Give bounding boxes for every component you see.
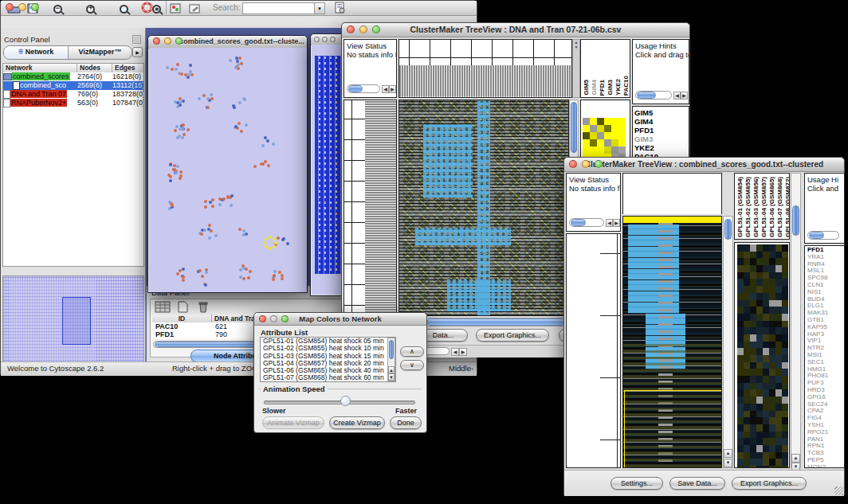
- annotation-icon[interactable]: [189, 2, 201, 17]
- network-row[interactable]: RNAPuberNov2+ 563(0) 107847(0): [3, 99, 143, 107]
- control-panel-title: Control Panel: [4, 35, 50, 44]
- minimize-button[interactable]: [322, 37, 328, 42]
- tv1-row-dendrogram[interactable]: [344, 100, 397, 316]
- network-row[interactable]: combined_scores 2764(0) 16218(0): [3, 72, 143, 81]
- col-header-nodes[interactable]: Nodes: [77, 64, 112, 72]
- zoom-out-icon[interactable]: −: [53, 5, 62, 14]
- column-label: GPL51-06 (GSM865): [768, 177, 775, 237]
- treeview2-titlebar[interactable]: ClusterMaker TreeView : combined_scores_…: [564, 158, 844, 172]
- tv1-main-heatmap[interactable]: [398, 100, 569, 316]
- tab-vizmapper[interactable]: VizMapper™: [69, 46, 132, 59]
- done-button[interactable]: Done: [390, 416, 422, 429]
- scroll-down-icon[interactable]: [388, 373, 395, 381]
- background-network-canvas[interactable]: [312, 45, 344, 295]
- network-overview-thumbnail[interactable]: [2, 275, 144, 368]
- minimize-button[interactable]: [359, 25, 367, 33]
- close-button[interactable]: [6, 3, 14, 11]
- export-graphics-button[interactable]: Export Graphics...: [732, 477, 807, 490]
- overview-selection-rect[interactable]: [62, 297, 91, 345]
- col-header-edges[interactable]: Edges: [112, 64, 143, 72]
- network-row-selected[interactable]: combined_sco 2569(6) 13112(15): [3, 81, 143, 90]
- view-status-title: View Status: [344, 40, 396, 50]
- tv2-zoom-heatmap-panel[interactable]: [734, 242, 790, 468]
- network-row[interactable]: DNA and Tran 07 769(0) 183728(0): [3, 90, 143, 99]
- tv2-zoom-heatmap[interactable]: [737, 244, 788, 467]
- scroll-down-icon[interactable]: [724, 459, 732, 467]
- slider-thumb[interactable]: [340, 396, 351, 406]
- scroll-left-icon[interactable]: [606, 219, 613, 227]
- dialog-titlebar[interactable]: Map Colors to Network: [254, 313, 426, 326]
- treeview1-titlebar[interactable]: ClusterMaker TreeView : DNA and Tran 07-…: [342, 23, 689, 37]
- tv1-mini-heatmap[interactable]: [583, 118, 626, 161]
- scroll-up-icon[interactable]: [388, 366, 395, 373]
- scroll-left-icon[interactable]: [451, 348, 459, 356]
- resize-grip[interactable]: [834, 486, 843, 495]
- close-button[interactable]: [314, 37, 320, 42]
- tv2-status-scrollbar[interactable]: [569, 218, 604, 227]
- tv2-right-vscrollbar[interactable]: [791, 173, 801, 468]
- settings-button[interactable]: Settings...: [610, 477, 663, 490]
- background-window-titlebar[interactable]: [311, 34, 345, 45]
- zoom-window-button[interactable]: [595, 160, 603, 168]
- vizmapper-icon[interactable]: [170, 2, 181, 17]
- scroll-right-icon[interactable]: [389, 85, 396, 93]
- close-button[interactable]: [153, 37, 160, 45]
- tab-overflow-button[interactable]: ▶: [132, 47, 143, 57]
- scroll-right-icon[interactable]: [613, 219, 620, 227]
- tv1-status-scrollbar[interactable]: [347, 84, 380, 93]
- animate-vizmap-button[interactable]: Animate Vizmap: [262, 416, 324, 429]
- zoom-selected-icon[interactable]: ▣: [152, 5, 161, 14]
- document-icon: [3, 90, 10, 99]
- minimize-button[interactable]: [270, 315, 277, 322]
- tv1-scroll-strip[interactable]: ▲▼: [572, 39, 580, 98]
- minimize-button[interactable]: [164, 37, 171, 45]
- scroll-up-icon[interactable]: [724, 449, 732, 458]
- scroll-right-icon[interactable]: [681, 92, 688, 100]
- heatmap-selection-rect[interactable]: [624, 390, 722, 468]
- search-dropdown-button[interactable]: ▼: [314, 2, 325, 14]
- move-up-button[interactable]: ∧: [400, 346, 424, 357]
- help-ring-icon[interactable]: [141, 2, 153, 17]
- minimize-button[interactable]: [582, 160, 590, 168]
- search-input[interactable]: [242, 2, 317, 14]
- tv2-row-dendrogram[interactable]: [566, 233, 621, 468]
- close-button[interactable]: [259, 315, 266, 322]
- zoom-window-button[interactable]: [175, 37, 183, 45]
- zoom-window-button[interactable]: [281, 315, 289, 322]
- attribute-list-item[interactable]: GPL51-07 (GSM868) heat shock 60 min: [261, 374, 395, 381]
- zoom-in-icon[interactable]: +: [86, 5, 95, 14]
- zoom-window-button[interactable]: [330, 37, 336, 42]
- scroll-left-icon[interactable]: [673, 92, 681, 100]
- scroll-right-icon[interactable]: [459, 348, 467, 356]
- tv2-usage-scrollbar[interactable]: [807, 231, 839, 240]
- tv1-usage-hints-panel: Usage Hints Click and drag tc: [632, 39, 689, 104]
- zoom-window-button[interactable]: [31, 3, 39, 11]
- tv1-column-dendrogram[interactable]: [398, 39, 572, 98]
- scroll-up-icon[interactable]: [791, 454, 800, 463]
- tab-network[interactable]: ⁜ Network: [4, 46, 69, 59]
- data-col-id[interactable]: ID: [152, 315, 212, 322]
- view-status-title: View Status: [567, 174, 620, 184]
- tv2-main-heatmap[interactable]: [622, 216, 722, 468]
- report-icon[interactable]: [334, 2, 346, 17]
- close-button[interactable]: [347, 25, 355, 33]
- col-header-network[interactable]: Network: [3, 64, 77, 72]
- minimize-button[interactable]: [18, 3, 26, 11]
- zoom-window-button[interactable]: [372, 25, 380, 33]
- attribute-list[interactable]: GPL51-01 (GSM854) heat shock 05 minGPL51…: [260, 337, 396, 382]
- network-canvas[interactable]: [149, 48, 307, 292]
- export-graphics-button[interactable]: Export Graphics...: [476, 329, 549, 342]
- tv2-heatmap-vscrollbar[interactable]: [723, 216, 733, 468]
- network-view-titlebar[interactable]: combined_scores_good.txt--cluste...: [148, 36, 307, 49]
- tv1-usage-scrollbar[interactable]: [635, 91, 672, 100]
- save-data-button[interactable]: Save Data...: [669, 477, 725, 490]
- attribute-list-vscrollbar[interactable]: [387, 338, 395, 381]
- animation-speed-slider[interactable]: [264, 396, 415, 407]
- create-vizmap-button[interactable]: Create Vizmap: [329, 416, 385, 429]
- close-button[interactable]: [569, 160, 577, 168]
- network-view-window: combined_scores_good.txt--cluste...: [147, 35, 308, 293]
- float-panel-icon[interactable]: [132, 35, 141, 44]
- zoom-fit-icon[interactable]: [120, 5, 128, 14]
- scroll-left-icon[interactable]: [382, 85, 389, 93]
- move-down-button[interactable]: ∨: [400, 360, 424, 370]
